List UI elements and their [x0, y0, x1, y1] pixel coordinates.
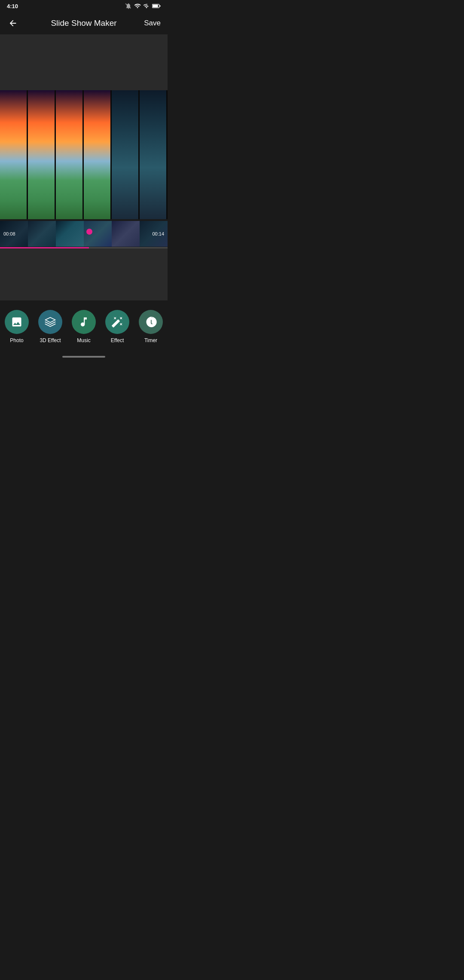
effect-label: Effect: [111, 337, 124, 343]
toolbar-item-music[interactable]: Music: [69, 310, 98, 343]
timer-icon-bg: [139, 310, 163, 334]
notification-muted-icon: [125, 3, 132, 9]
page-title: Slide Show Maker: [51, 18, 116, 28]
bottom-toolbar: Photo 3D Effect Music: [0, 300, 168, 363]
battery-icon: [152, 3, 161, 9]
thumb-3: [56, 221, 84, 247]
top-spacer: [0, 34, 168, 90]
time-start: 00:08: [3, 231, 15, 236]
3d-effect-icon-bg: [38, 310, 62, 334]
photo-icon-bg: [5, 310, 29, 334]
time-end: 00:14: [152, 231, 164, 236]
progress-fill: [0, 247, 89, 248]
timeline-bar[interactable]: 00:08 00:14: [0, 219, 168, 248]
3d-effect-icon: [44, 316, 56, 328]
toolbar-item-3d-effect[interactable]: 3D Effect: [36, 310, 65, 343]
status-time: 4:10: [7, 3, 18, 9]
status-icons: [125, 3, 161, 9]
back-button[interactable]: [5, 15, 21, 31]
progress-track: [0, 247, 168, 248]
thumbnail-strip: [0, 221, 168, 247]
timer-icon: [145, 316, 157, 328]
music-label: Music: [77, 337, 90, 343]
playhead[interactable]: [89, 219, 90, 248]
film-panel-4: [84, 90, 112, 219]
top-bar: Slide Show Maker Save: [0, 12, 168, 34]
music-icon: [78, 316, 90, 328]
thumb-5: [112, 221, 140, 247]
film-panel-3: [56, 90, 84, 219]
photo-label: Photo: [10, 337, 23, 343]
photo-icon: [11, 316, 23, 328]
home-bar: [62, 356, 105, 358]
music-icon-bg: [72, 310, 96, 334]
toolbar-item-photo[interactable]: Photo: [2, 310, 31, 343]
filmstrip: [0, 90, 168, 219]
home-indicator: [0, 351, 168, 363]
wifi-icon: [134, 3, 141, 9]
toolbar-items: Photo 3D Effect Music: [0, 300, 168, 351]
3d-effect-label: 3D Effect: [40, 337, 61, 343]
film-panel-2: [28, 90, 56, 219]
thumb-2: [28, 221, 56, 247]
film-panel-6: [140, 90, 168, 219]
toolbar-item-timer[interactable]: Timer: [136, 310, 165, 343]
svg-rect-2: [160, 5, 161, 6]
save-button[interactable]: Save: [142, 16, 162, 30]
timer-label: Timer: [144, 337, 157, 343]
svg-rect-1: [153, 5, 158, 7]
video-preview[interactable]: [0, 90, 168, 219]
signal-icon: [143, 3, 150, 9]
effect-icon-bg: [105, 310, 129, 334]
status-bar: 4:10: [0, 0, 168, 12]
toolbar-item-effect[interactable]: Effect: [103, 310, 132, 343]
film-panel-5: [112, 90, 140, 219]
film-panel-1: [0, 90, 28, 219]
effect-icon: [111, 316, 123, 328]
